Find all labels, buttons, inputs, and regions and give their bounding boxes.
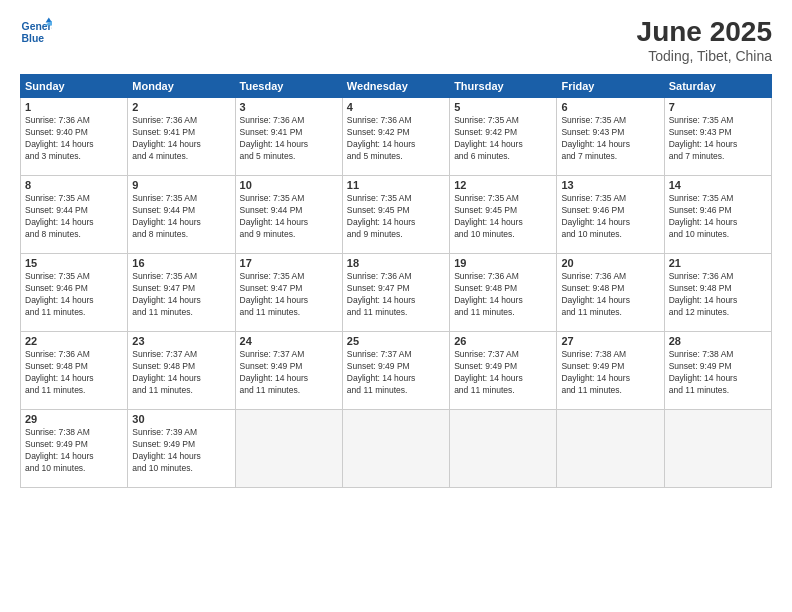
sunrise-label: Sunrise: 7:35 AM: [240, 271, 305, 281]
daylight-minutes: and 11 minutes.: [240, 385, 300, 395]
col-thursday: Thursday: [450, 75, 557, 98]
day-cell-11: 11 Sunrise: 7:35 AM Sunset: 9:45 PM Dayl…: [342, 176, 449, 254]
daylight-label: Daylight: 14 hours: [561, 139, 630, 149]
col-wednesday: Wednesday: [342, 75, 449, 98]
sunrise-label: Sunrise: 7:38 AM: [561, 349, 626, 359]
calendar-table: Sunday Monday Tuesday Wednesday Thursday…: [20, 74, 772, 488]
day-number: 23: [132, 335, 230, 347]
day-cell-17: 17 Sunrise: 7:35 AM Sunset: 9:47 PM Dayl…: [235, 254, 342, 332]
day-number: 8: [25, 179, 123, 191]
sunset-label: Sunset: 9:42 PM: [454, 127, 517, 137]
day-cell-15: 15 Sunrise: 7:35 AM Sunset: 9:46 PM Dayl…: [21, 254, 128, 332]
day-number: 17: [240, 257, 338, 269]
calendar-week-3: 15 Sunrise: 7:35 AM Sunset: 9:46 PM Dayl…: [21, 254, 772, 332]
sunset-label: Sunset: 9:48 PM: [561, 283, 624, 293]
subtitle: Toding, Tibet, China: [637, 48, 772, 64]
day-number: 6: [561, 101, 659, 113]
sunset-label: Sunset: 9:40 PM: [25, 127, 88, 137]
sunset-label: Sunset: 9:48 PM: [132, 361, 195, 371]
daylight-minutes: and 10 minutes.: [25, 463, 85, 473]
daylight-label: Daylight: 14 hours: [347, 139, 416, 149]
daylight-minutes: and 5 minutes.: [347, 151, 403, 161]
day-info: Sunrise: 7:36 AM Sunset: 9:41 PM Dayligh…: [240, 115, 338, 163]
day-cell-23: 23 Sunrise: 7:37 AM Sunset: 9:48 PM Dayl…: [128, 332, 235, 410]
day-cell-5: 5 Sunrise: 7:35 AM Sunset: 9:42 PM Dayli…: [450, 98, 557, 176]
sunset-label: Sunset: 9:46 PM: [25, 283, 88, 293]
day-info: Sunrise: 7:36 AM Sunset: 9:48 PM Dayligh…: [25, 349, 123, 397]
daylight-label: Daylight: 14 hours: [240, 295, 309, 305]
day-info: Sunrise: 7:35 AM Sunset: 9:42 PM Dayligh…: [454, 115, 552, 163]
empty-cell: [342, 410, 449, 488]
sunrise-label: Sunrise: 7:35 AM: [25, 193, 90, 203]
svg-text:Blue: Blue: [22, 33, 45, 44]
day-cell-1: 1 Sunrise: 7:36 AM Sunset: 9:40 PM Dayli…: [21, 98, 128, 176]
sunrise-label: Sunrise: 7:35 AM: [561, 115, 626, 125]
day-info: Sunrise: 7:35 AM Sunset: 9:44 PM Dayligh…: [132, 193, 230, 241]
day-info: Sunrise: 7:39 AM Sunset: 9:49 PM Dayligh…: [132, 427, 230, 475]
daylight-minutes: and 11 minutes.: [454, 307, 514, 317]
sunrise-label: Sunrise: 7:35 AM: [132, 193, 197, 203]
svg-text:General: General: [22, 21, 52, 32]
day-number: 14: [669, 179, 767, 191]
daylight-minutes: and 4 minutes.: [132, 151, 188, 161]
daylight-minutes: and 11 minutes.: [25, 385, 85, 395]
sunset-label: Sunset: 9:48 PM: [669, 283, 732, 293]
day-cell-29: 29 Sunrise: 7:38 AM Sunset: 9:49 PM Dayl…: [21, 410, 128, 488]
daylight-label: Daylight: 14 hours: [132, 373, 201, 383]
sunrise-label: Sunrise: 7:35 AM: [454, 193, 519, 203]
day-info: Sunrise: 7:35 AM Sunset: 9:47 PM Dayligh…: [240, 271, 338, 319]
sunrise-label: Sunrise: 7:37 AM: [347, 349, 412, 359]
day-cell-13: 13 Sunrise: 7:35 AM Sunset: 9:46 PM Dayl…: [557, 176, 664, 254]
day-number: 20: [561, 257, 659, 269]
daylight-minutes: and 10 minutes.: [669, 229, 729, 239]
col-saturday: Saturday: [664, 75, 771, 98]
day-cell-26: 26 Sunrise: 7:37 AM Sunset: 9:49 PM Dayl…: [450, 332, 557, 410]
sunset-label: Sunset: 9:46 PM: [669, 205, 732, 215]
sunrise-label: Sunrise: 7:36 AM: [454, 271, 519, 281]
day-number: 18: [347, 257, 445, 269]
day-info: Sunrise: 7:36 AM Sunset: 9:41 PM Dayligh…: [132, 115, 230, 163]
day-cell-19: 19 Sunrise: 7:36 AM Sunset: 9:48 PM Dayl…: [450, 254, 557, 332]
daylight-label: Daylight: 14 hours: [132, 217, 201, 227]
col-friday: Friday: [557, 75, 664, 98]
daylight-minutes: and 11 minutes.: [132, 385, 192, 395]
daylight-label: Daylight: 14 hours: [347, 373, 416, 383]
day-number: 9: [132, 179, 230, 191]
daylight-label: Daylight: 14 hours: [132, 451, 201, 461]
daylight-label: Daylight: 14 hours: [25, 217, 94, 227]
day-info: Sunrise: 7:35 AM Sunset: 9:46 PM Dayligh…: [669, 193, 767, 241]
sunrise-label: Sunrise: 7:37 AM: [454, 349, 519, 359]
daylight-label: Daylight: 14 hours: [454, 217, 523, 227]
empty-cell: [235, 410, 342, 488]
daylight-minutes: and 11 minutes.: [561, 385, 621, 395]
daylight-minutes: and 11 minutes.: [669, 385, 729, 395]
day-number: 29: [25, 413, 123, 425]
sunset-label: Sunset: 9:42 PM: [347, 127, 410, 137]
empty-cell: [557, 410, 664, 488]
daylight-label: Daylight: 14 hours: [454, 295, 523, 305]
day-cell-20: 20 Sunrise: 7:36 AM Sunset: 9:48 PM Dayl…: [557, 254, 664, 332]
daylight-label: Daylight: 14 hours: [669, 217, 738, 227]
daylight-label: Daylight: 14 hours: [454, 373, 523, 383]
day-number: 21: [669, 257, 767, 269]
day-cell-14: 14 Sunrise: 7:35 AM Sunset: 9:46 PM Dayl…: [664, 176, 771, 254]
day-info: Sunrise: 7:38 AM Sunset: 9:49 PM Dayligh…: [25, 427, 123, 475]
calendar-week-4: 22 Sunrise: 7:36 AM Sunset: 9:48 PM Dayl…: [21, 332, 772, 410]
day-number: 12: [454, 179, 552, 191]
day-info: Sunrise: 7:35 AM Sunset: 9:43 PM Dayligh…: [669, 115, 767, 163]
daylight-label: Daylight: 14 hours: [561, 217, 630, 227]
daylight-label: Daylight: 14 hours: [25, 373, 94, 383]
day-number: 2: [132, 101, 230, 113]
main-title: June 2025: [637, 16, 772, 48]
sunset-label: Sunset: 9:49 PM: [454, 361, 517, 371]
day-cell-6: 6 Sunrise: 7:35 AM Sunset: 9:43 PM Dayli…: [557, 98, 664, 176]
day-cell-16: 16 Sunrise: 7:35 AM Sunset: 9:47 PM Dayl…: [128, 254, 235, 332]
daylight-minutes: and 7 minutes.: [669, 151, 725, 161]
sunrise-label: Sunrise: 7:36 AM: [240, 115, 305, 125]
day-number: 19: [454, 257, 552, 269]
sunset-label: Sunset: 9:41 PM: [132, 127, 195, 137]
daylight-label: Daylight: 14 hours: [669, 139, 738, 149]
daylight-minutes: and 9 minutes.: [347, 229, 403, 239]
sunset-label: Sunset: 9:43 PM: [669, 127, 732, 137]
sunset-label: Sunset: 9:49 PM: [132, 439, 195, 449]
